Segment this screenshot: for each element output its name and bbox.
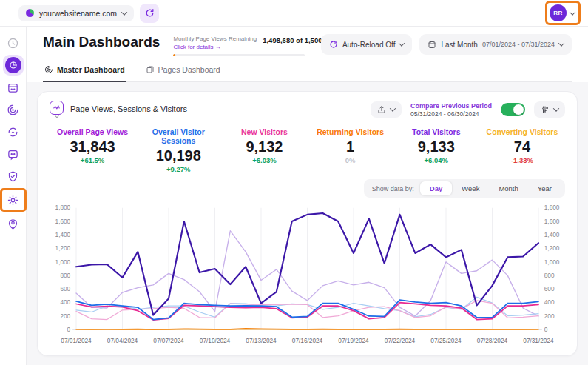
chart-options-dropdown[interactable]	[534, 101, 565, 118]
compare-toggle[interactable]	[501, 103, 525, 116]
sync-icon	[7, 126, 19, 138]
metric-change: +6.04%	[393, 156, 479, 164]
svg-text:1,400: 1,400	[55, 232, 71, 238]
chevron-down-icon	[121, 9, 127, 15]
content-area: Page Views, Sessions & Visitors Compare …	[27, 82, 588, 365]
shield-check-icon	[7, 170, 19, 183]
svg-text:0: 0	[544, 327, 548, 333]
svg-text:0: 0	[67, 327, 71, 333]
quota-details-link[interactable]: Click for details →	[173, 44, 257, 50]
svg-text:200: 200	[60, 313, 70, 320]
card-title-icon[interactable]	[50, 101, 64, 118]
quota-label: Monthly Page Views Remaining	[173, 36, 257, 42]
auto-reload-label: Auto-Reload Off	[342, 41, 396, 49]
auto-reload-dropdown[interactable]: Auto-Reload Off	[321, 34, 413, 55]
metric-label: Total Visitors	[393, 127, 479, 136]
svg-text:07/22/2024: 07/22/2024	[385, 338, 416, 344]
granularity-year[interactable]: Year	[528, 181, 561, 195]
granularity-day[interactable]: Day	[420, 181, 452, 195]
svg-text:1,200: 1,200	[544, 245, 560, 252]
pages-icon	[146, 65, 155, 74]
tab-label: Master Dashboard	[57, 65, 125, 74]
export-icon	[377, 105, 386, 114]
page-header: Main Dashboards Monthly Page Views Remai…	[27, 27, 588, 82]
sidebar-item-archive[interactable]	[3, 77, 24, 98]
spiral-icon	[44, 65, 53, 74]
user-menu[interactable]: RR	[545, 1, 581, 25]
chevron-down-icon	[558, 40, 564, 46]
sidebar-item-journeys[interactable]	[3, 99, 24, 120]
sliders-icon	[541, 105, 550, 114]
svg-text:07/16/2024: 07/16/2024	[292, 338, 323, 344]
sidebar-item-dashboards[interactable]	[3, 55, 24, 76]
granularity-month[interactable]: Month	[489, 181, 527, 195]
person-pin-icon	[7, 218, 19, 230]
toggle-knob	[513, 104, 524, 115]
metric-label: Overall Visitor Sessions	[135, 127, 221, 145]
site-name: yourwebsitename.com	[39, 9, 117, 18]
svg-text:400: 400	[544, 299, 555, 306]
sidebar-item-visitor-location[interactable]	[3, 213, 24, 234]
svg-text:800: 800	[544, 272, 555, 279]
metrics-row: Overall Page Views 31,843 +61.5% Overall…	[50, 127, 565, 173]
sidebar-item-security[interactable]	[3, 166, 24, 187]
metric-label: New Visitors	[221, 127, 307, 136]
chevron-down-icon	[390, 105, 396, 111]
metric-change: -1.33%	[479, 156, 565, 164]
export-dropdown[interactable]	[371, 101, 402, 118]
sidebar-item-automation[interactable]	[3, 121, 24, 142]
settings-highlight	[0, 188, 27, 212]
svg-text:07/19/2024: 07/19/2024	[338, 338, 369, 344]
compare-range: 05/31/2024 - 06/30/2024	[410, 110, 492, 118]
clock-icon	[7, 37, 19, 50]
quota-progress-track	[173, 54, 305, 56]
svg-text:07/31/2024: 07/31/2024	[523, 338, 554, 344]
refresh-icon	[329, 40, 338, 49]
tab-label: Pages Dashboard	[158, 65, 220, 74]
svg-text:1,800: 1,800	[544, 204, 560, 211]
svg-text:07/07/2024: 07/07/2024	[153, 338, 184, 344]
svg-text:07/10/2024: 07/10/2024	[200, 338, 231, 344]
sidebar-item-settings[interactable]	[4, 190, 23, 210]
reload-icon	[145, 8, 155, 18]
granularity-week[interactable]: Week	[452, 181, 489, 195]
metric-value: 74	[479, 138, 565, 155]
metric-value: 9,133	[393, 138, 479, 155]
sidebar-item-time[interactable]	[3, 33, 24, 53]
gear-icon	[7, 194, 19, 207]
svg-text:1,600: 1,600	[544, 218, 560, 225]
pulse-icon	[53, 104, 61, 112]
chevron-down-icon	[553, 105, 559, 111]
svg-text:07/04/2024: 07/04/2024	[107, 338, 138, 344]
calendar-icon	[428, 40, 436, 49]
metric-value: 31,843	[50, 138, 135, 155]
metric: Overall Visitor Sessions 10,198 +9.27%	[135, 127, 221, 173]
metric: Returning Visitors 1 0%	[308, 127, 393, 173]
metric: Overall Page Views 31,843 +61.5%	[50, 127, 135, 173]
metric-value: 9,132	[221, 138, 307, 155]
date-range-dropdown[interactable]: Last Month 07/01/2024 - 07/31/2024	[419, 34, 572, 55]
tab-master-dashboard[interactable]: Master Dashboard	[43, 59, 126, 82]
avatar[interactable]: RR	[550, 4, 567, 21]
metric-change: 0%	[308, 156, 393, 164]
card-title: Page Views, Sessions & Visitors	[70, 104, 187, 115]
chevron-down-icon	[570, 9, 575, 15]
metric: New Visitors 9,132 +6.03%	[221, 127, 307, 173]
compare-previous-period: Compare Previous Period 05/31/2024 - 06/…	[410, 102, 492, 118]
site-selector[interactable]: yourwebsitename.com	[18, 5, 134, 21]
chart-svg: 002002004004006006008008001,0001,0001,20…	[50, 201, 565, 349]
date-range-value: 07/01/2024 - 07/31/2024	[482, 41, 555, 48]
metric-change: +6.03%	[221, 156, 307, 164]
svg-text:07/13/2024: 07/13/2024	[246, 338, 277, 344]
svg-text:800: 800	[60, 272, 70, 279]
site-favicon-icon	[26, 9, 34, 17]
sidebar	[0, 27, 27, 365]
svg-text:1,400: 1,400	[544, 232, 560, 238]
tab-pages-dashboard[interactable]: Pages Dashboard	[144, 59, 222, 82]
svg-text:1,200: 1,200	[55, 245, 71, 252]
line-chart[interactable]: 002002004004006006008008001,0001,0001,20…	[50, 201, 565, 349]
reload-site-button[interactable]	[140, 4, 159, 23]
metric-value: 1	[308, 138, 393, 155]
sidebar-item-chat[interactable]	[3, 144, 24, 164]
page-title: Main Dashboards	[43, 34, 160, 56]
